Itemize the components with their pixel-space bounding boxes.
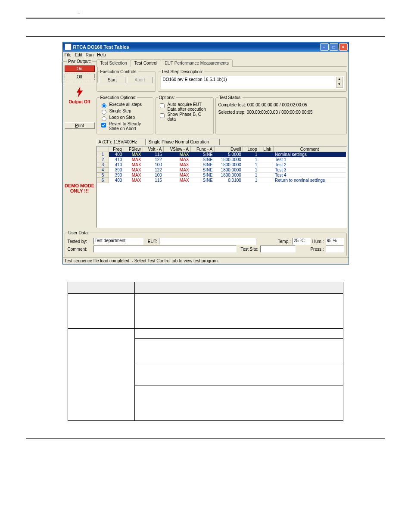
maximize-button[interactable]: □: [330, 43, 338, 51]
col-funca[interactable]: Func - A: [191, 147, 215, 152]
output-status-label: Output Off: [69, 100, 90, 104]
radio-execute-all-label: Execute all steps: [109, 102, 142, 107]
app-icon: [65, 44, 72, 50]
options-legend: Options:: [158, 95, 176, 100]
lightning-icon: [75, 87, 84, 98]
pwr-output-legend: Pwr Output:: [67, 59, 92, 64]
menu-bar: File Edit Run Help: [63, 52, 349, 58]
radio-loop-step[interactable]: [102, 116, 106, 121]
col-link[interactable]: Link: [259, 147, 273, 152]
col-comment[interactable]: Comment: [273, 147, 346, 152]
table-row[interactable]: 1400MAX115MAXSINE5.00001Nominal settings: [97, 152, 346, 157]
col-fslew[interactable]: FSlew: [124, 147, 143, 152]
scroll-down-icon[interactable]: ▼: [336, 82, 343, 88]
comment-label: Comment:: [68, 247, 92, 252]
svg-marker-0: [77, 87, 83, 97]
grid-header-row: Freq FSlew Volt - A VSlew - A Func - A D…: [97, 147, 346, 152]
execution-controls-legend: Execution Controls:: [100, 69, 139, 74]
eut-input[interactable]: [159, 238, 256, 245]
on-button[interactable]: On: [65, 65, 95, 72]
press-input[interactable]: [326, 246, 344, 252]
hum-input[interactable]: 95 %: [326, 238, 344, 245]
check-show-phase-bc[interactable]: [160, 113, 165, 118]
test-step-description-legend: Test Step Description:: [161, 69, 204, 74]
print-button[interactable]: Print: [65, 122, 95, 129]
minimize-button[interactable]: –: [320, 43, 329, 51]
user-data-group: User Data: Tested by: Test department EU…: [65, 230, 347, 256]
phase-label: Single Phase Normal Operation: [146, 139, 220, 145]
window-title: RTCA DO160 Test Tables: [73, 44, 319, 50]
testsite-label: Test Site:: [241, 247, 258, 252]
table-row[interactable]: 5390MAX100MAXSINE1800.00001Test 4: [97, 173, 346, 178]
execution-options-group: Execution Options: Execute all steps Sin…: [97, 95, 153, 134]
test-status-group: Test Status: Complete test: 000.00:00:00…: [215, 95, 347, 134]
comment-input[interactable]: [93, 246, 237, 252]
status-selected-step: Selected step: 000.00:00:00.00 / 000:00:…: [218, 110, 344, 115]
check-auto-acquire-label: Auto-acquire EUT Data after execution: [168, 102, 211, 112]
tested-by-label: Tested by:: [68, 239, 92, 244]
col-freq[interactable]: Freq: [109, 147, 124, 152]
tab-test-selection[interactable]: Test Selection: [97, 59, 131, 67]
user-data-legend: User Data:: [68, 230, 90, 235]
pwr-output-group: Pwr Output: On Off: [62, 59, 98, 83]
menu-help[interactable]: Help: [97, 53, 106, 57]
press-label: Press.:: [310, 247, 324, 252]
col-dwell[interactable]: Dwell: [215, 147, 243, 152]
off-button[interactable]: Off: [65, 74, 95, 80]
radio-single-step-label: Single Step: [109, 109, 131, 113]
tab-bar: Test Selection Test Control EUT Performa…: [97, 59, 347, 67]
check-auto-acquire[interactable]: [160, 103, 165, 108]
col-loop[interactable]: Loop: [243, 147, 259, 152]
temp-input[interactable]: 25 °C: [293, 238, 311, 245]
demo-mode-label: DEMO MODE ONLY !!!: [65, 183, 94, 193]
mode-label: A (CF): 115V/400Hz: [97, 139, 146, 145]
status-complete-test: Complete test: 000.00:00:00.00 / 000:02:…: [218, 103, 344, 107]
execution-controls-group: Execution Controls: Start Abort: [97, 69, 156, 92]
tab-test-control[interactable]: Test Control: [131, 59, 161, 67]
col-volta[interactable]: Volt - A: [143, 147, 164, 152]
header-mark: –: [26, 10, 385, 15]
col-vslewa[interactable]: VSlew - A: [164, 147, 191, 152]
execution-options-legend: Execution Options:: [100, 95, 137, 100]
footer-rule: [26, 438, 385, 439]
options-group: Options: Auto-acquire EUT Data after exe…: [155, 95, 214, 134]
header-rule: [26, 18, 385, 19]
doc-table: [68, 282, 343, 421]
testsite-input[interactable]: [260, 246, 296, 252]
test-step-description-value: DO160 rev E section 16.5.1.1b(1): [163, 77, 227, 82]
start-button[interactable]: Start: [100, 77, 125, 83]
test-step-description-group: Test Step Description: DO160 rev E secti…: [158, 69, 347, 92]
check-revert-steady[interactable]: [101, 123, 106, 128]
table-row[interactable]: 3410MAX100MAXSINE1800.00001Test 2: [97, 162, 346, 168]
tab-eut-measurements[interactable]: EUT Performance Measurements: [161, 59, 233, 67]
tested-by-input[interactable]: Test department: [93, 238, 143, 245]
section-rule: [26, 36, 385, 37]
data-grid[interactable]: Freq FSlew Volt - A VSlew - A Func - A D…: [97, 146, 347, 228]
table-row[interactable]: 4390MAX122MAXSINE1800.00001Test 3: [97, 168, 346, 173]
titlebar[interactable]: RTCA DO160 Test Tables – □ ×: [63, 42, 349, 52]
statusbar: Test sequence file load completed. - Sel…: [63, 257, 349, 264]
radio-execute-all[interactable]: [102, 103, 106, 108]
temp-label: Temp.:: [278, 239, 291, 244]
table-row[interactable]: 6400MAX115MAXSINE0.01001Return to nomina…: [97, 178, 346, 183]
test-status-legend: Test Status:: [218, 95, 243, 100]
check-show-phase-bc-label: Show Phase B, C data: [168, 112, 211, 121]
close-button[interactable]: ×: [339, 43, 348, 51]
menu-run[interactable]: Run: [86, 53, 93, 57]
app-window: RTCA DO160 Test Tables – □ × File Edit R…: [62, 42, 349, 264]
eut-label: EUT:: [145, 239, 157, 244]
abort-button[interactable]: Abort: [127, 77, 153, 83]
menu-edit[interactable]: Edit: [75, 53, 82, 57]
test-step-description-text[interactable]: DO160 rev E section 16.5.1.1b(1) ▲ ▼: [161, 76, 344, 89]
table-row[interactable]: 2410MAX122MAXSINE1800.00001Test 1: [97, 157, 346, 162]
radio-single-step[interactable]: [102, 110, 106, 115]
check-revert-steady-label: Revert to Steady State on Abort: [109, 121, 150, 131]
hum-label: Hum.:: [312, 239, 324, 244]
menu-file[interactable]: File: [65, 53, 72, 57]
radio-loop-step-label: Loop on Step: [109, 115, 135, 120]
